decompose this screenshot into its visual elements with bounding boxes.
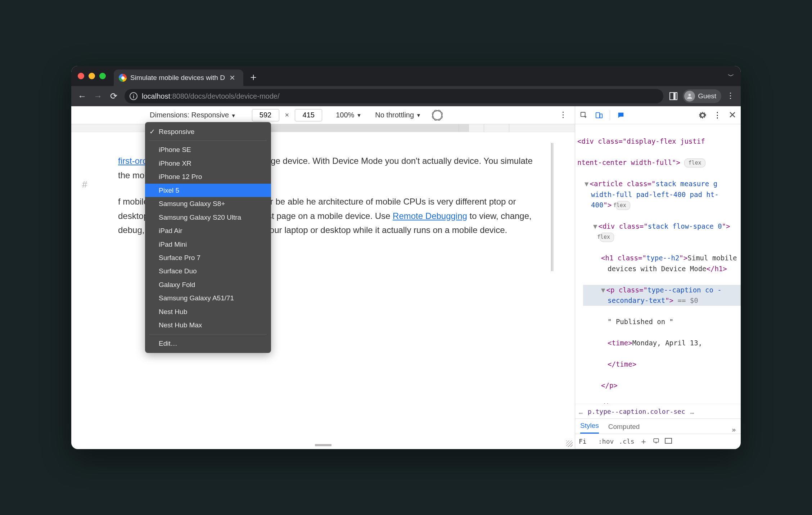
device-option[interactable]: Surface Duo: [145, 264, 271, 278]
device-option[interactable]: iPhone XR: [145, 157, 271, 170]
maximize-window-button[interactable]: [99, 73, 106, 79]
browser-tab[interactable]: Simulate mobile devices with D ✕: [114, 70, 243, 86]
device-toggle-icon[interactable]: [595, 111, 603, 120]
device-option[interactable]: iPad Air: [145, 224, 271, 237]
device-option[interactable]: Nest Hub: [145, 305, 271, 318]
tab-computed[interactable]: Computed: [608, 423, 640, 434]
url-text: localhost:8080/docs/devtools/device-mode…: [142, 92, 279, 100]
device-option[interactable]: Samsung Galaxy A51/71: [145, 291, 271, 305]
viewport-resize-grip[interactable]: [566, 440, 573, 447]
device-option[interactable]: Surface Pro 7: [145, 251, 271, 264]
device-toolbar-menu[interactable]: ⋯: [559, 111, 568, 120]
crumb-ellipsis[interactable]: …: [579, 408, 583, 415]
viewport-pane: Dimensions: Responsive ▼ × 100% ▼ No thr…: [71, 106, 575, 449]
tab-title: Simulate mobile devices with D: [130, 74, 225, 82]
toolbar: ← → ⟳ i localhost:8080/docs/devtools/dev…: [71, 86, 741, 106]
device-option[interactable]: Nest Hub Max: [145, 318, 271, 332]
device-option[interactable]: iPhone SE: [145, 143, 271, 156]
cls-toggle[interactable]: .cls: [619, 438, 634, 445]
side-panel-icon[interactable]: [669, 92, 678, 100]
device-option[interactable]: Galaxy Fold: [145, 278, 271, 291]
more-tabs-button[interactable]: »: [732, 426, 736, 434]
dimensions-dropdown[interactable]: Dimensions: Responsive ▼: [150, 111, 236, 119]
dom-breadcrumbs[interactable]: … p.type--caption.color-sec …: [575, 404, 741, 419]
svg-rect-3: [600, 114, 602, 118]
computed-styles-icon[interactable]: [653, 438, 660, 445]
tab-styles[interactable]: Styles: [580, 422, 599, 434]
toggle-sidebar-icon[interactable]: [665, 438, 672, 445]
device-option-edit[interactable]: Edit…: [145, 337, 271, 350]
devtools-pane: ⋮ ✕ <div class="display-flex justif nten…: [575, 106, 741, 449]
svg-point-0: [689, 94, 691, 96]
device-option[interactable]: Samsung Galaxy S20 Ultra: [145, 211, 271, 224]
width-input[interactable]: [252, 109, 279, 121]
throttling-dropdown[interactable]: No throttling ▼: [375, 111, 421, 119]
crumb-selected[interactable]: p.type--caption.color-sec: [588, 408, 685, 415]
minimize-window-button[interactable]: [89, 73, 95, 79]
crumb-ellipsis[interactable]: …: [690, 408, 694, 415]
zoom-dropdown[interactable]: 100% ▼: [336, 111, 361, 119]
avatar-icon: [684, 91, 695, 102]
device-option-responsive[interactable]: Responsive: [145, 125, 271, 138]
window-controls: [78, 73, 106, 79]
devtools-menu-button[interactable]: ⋮: [713, 111, 722, 120]
svg-rect-2: [596, 112, 600, 118]
device-option[interactable]: iPhone 12 Pro: [145, 170, 271, 183]
content-area: Dimensions: Responsive ▼ × 100% ▼ No thr…: [71, 106, 741, 449]
new-style-rule-button[interactable]: ＋: [640, 436, 648, 447]
devtools-close-button[interactable]: ✕: [728, 109, 736, 121]
forward-button[interactable]: →: [93, 91, 103, 101]
close-window-button[interactable]: [78, 73, 84, 79]
profile-chip[interactable]: Guest: [683, 89, 721, 103]
link-remote-debugging[interactable]: Remote Debugging: [393, 211, 467, 221]
styles-tabs: Styles Computed »: [575, 419, 741, 434]
close-tab-button[interactable]: ✕: [229, 73, 236, 82]
device-toolbar: Dimensions: Responsive ▼ × 100% ▼ No thr…: [71, 106, 575, 124]
browser-menu-button[interactable]: ⋯: [726, 92, 735, 100]
tab-search-button[interactable]: ﹀: [728, 72, 734, 80]
device-list-dropdown: Responsive iPhone SE iPhone XR iPhone 12…: [145, 122, 271, 353]
height-input[interactable]: [295, 109, 322, 121]
new-tab-button[interactable]: ＋: [246, 70, 261, 84]
titlebar: Simulate mobile devices with D ✕ ＋ ﹀: [71, 66, 741, 86]
styles-filter-input[interactable]: Fi: [579, 438, 593, 445]
svg-rect-4: [654, 439, 659, 442]
times-icon: ×: [284, 111, 291, 119]
anchor-hash-icon[interactable]: #: [82, 179, 87, 190]
rotate-icon[interactable]: [433, 111, 442, 120]
settings-gear-icon[interactable]: [698, 111, 707, 120]
drawer-resize-handle[interactable]: [315, 444, 331, 446]
hov-toggle[interactable]: :hov: [598, 438, 614, 445]
elements-dom-tree[interactable]: <div class="display-flex justif ntent-ce…: [575, 124, 741, 404]
device-option[interactable]: iPad Mini: [145, 238, 271, 251]
site-info-icon[interactable]: i: [130, 92, 137, 100]
messages-icon[interactable]: [617, 111, 625, 120]
address-bar[interactable]: i localhost:8080/docs/devtools/device-mo…: [125, 89, 663, 103]
reload-button[interactable]: ⟳: [109, 91, 119, 101]
browser-window: Simulate mobile devices with D ✕ ＋ ﹀ ← →…: [71, 66, 741, 449]
back-button[interactable]: ←: [77, 91, 87, 101]
styles-toolbar: Fi :hov .cls ＋: [575, 434, 741, 449]
device-option-highlighted[interactable]: Pixel 5: [145, 184, 271, 197]
chrome-favicon-icon: [119, 74, 127, 82]
devtools-toolbar: ⋮ ✕: [575, 106, 741, 124]
profile-label: Guest: [698, 92, 716, 100]
inspect-element-icon[interactable]: [579, 111, 588, 120]
device-option[interactable]: Samsung Galaxy S8+: [145, 197, 271, 210]
